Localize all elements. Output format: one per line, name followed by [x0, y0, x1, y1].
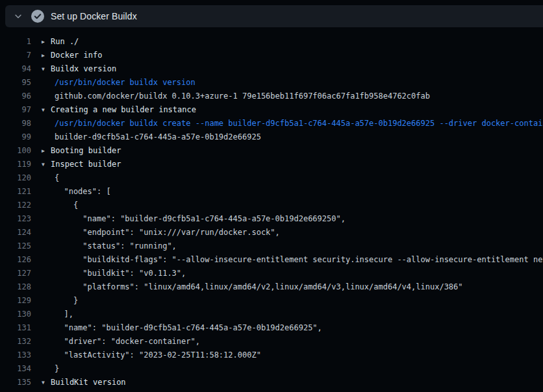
triangle-down-icon: ▼ [42, 158, 51, 171]
line-text: "driver": "docker-container", [55, 337, 200, 346]
log-line: 98 /usr/bin/docker buildx create --name … [0, 117, 543, 130]
line-number[interactable]: 119 [0, 158, 31, 171]
line-number[interactable]: 96 [0, 90, 31, 103]
log-line: 130 ], [0, 308, 543, 321]
log-line: 120 { [0, 171, 543, 185]
line-text: } [55, 364, 59, 373]
triangle-down-icon: ▼ [42, 62, 51, 76]
line-text: } [55, 296, 78, 305]
line-text: /usr/bin/docker buildx create --name bui… [55, 119, 543, 128]
log-line: 131 "name": "builder-d9cfb5a1-c764-445a-… [0, 321, 543, 335]
line-number[interactable]: 126 [0, 253, 31, 267]
log-line: 126 "buildkitd-flags": "--allow-insecure… [0, 253, 543, 267]
line-number[interactable]: 122 [0, 199, 31, 212]
triangle-down-icon: ▼ [42, 103, 51, 117]
line-text: "endpoint": "unix:///var/run/docker.sock… [55, 228, 280, 237]
line-text: builder-d9cfb5a1-c764-445a-a57e-0b19d2e6… [55, 132, 261, 141]
line-text: "platforms": "linux/amd64,linux/amd64/v2… [55, 282, 463, 291]
triangle-right-icon: ▶ [42, 49, 51, 62]
log-lines: 1 ▶Run ./ 7 ▶Docker info 94 ▼Buildx vers… [0, 27, 543, 392]
line-text: ], [55, 310, 73, 319]
log-line: 136 builder-d9cfb5a1-c764-445a-a57e-0b19… [0, 389, 543, 392]
line-text: "buildkit": "v0.11.3", [55, 269, 186, 278]
step-title: Set up Docker Buildx [51, 11, 137, 21]
line-text: "buildkitd-flags": "--allow-insecure-ent… [55, 255, 543, 264]
line-number[interactable]: 125 [0, 239, 31, 253]
log-line: 122 { [0, 199, 543, 212]
log-viewer: Set up Docker Buildx 1 ▶Run ./ 7 ▶Docker… [0, 0, 543, 392]
log-line: 125 "status": "running", [0, 239, 543, 253]
log-line: 123 "name": "builder-d9cfb5a1-c764-445a-… [0, 212, 543, 226]
line-text: github.com/docker/buildx 0.10.3+azure-1 … [55, 92, 430, 101]
log-line: 124 "endpoint": "unix:///var/run/docker.… [0, 226, 543, 239]
line-number[interactable]: 99 [0, 130, 31, 144]
line-text: /usr/bin/docker buildx version [55, 78, 196, 87]
log-line-group[interactable]: 7 ▶Docker info [0, 49, 543, 62]
line-number[interactable]: 133 [0, 349, 31, 362]
line-text: BuildKit version [51, 378, 126, 387]
line-number[interactable]: 135 [0, 376, 31, 389]
log-line: 127 "buildkit": "v0.11.3", [0, 267, 543, 280]
line-number[interactable]: 127 [0, 267, 31, 280]
log-line: 128 "platforms": "linux/amd64,linux/amd6… [0, 280, 543, 294]
log-line: 132 "driver": "docker-container", [0, 335, 543, 349]
triangle-right-icon: ▶ [42, 35, 51, 49]
line-number[interactable]: 129 [0, 294, 31, 308]
log-line: 121 "nodes": [ [0, 185, 543, 199]
step-header[interactable]: Set up Docker Buildx [5, 5, 543, 27]
log-line-group[interactable]: 1 ▶Run ./ [0, 35, 543, 49]
line-number[interactable]: 121 [0, 185, 31, 199]
line-number[interactable]: 97 [0, 103, 31, 117]
log-line-group[interactable]: 119 ▼Inspect builder [0, 158, 543, 171]
line-text: "name": "builder-d9cfb5a1-c764-445a-a57e… [55, 323, 322, 332]
line-number[interactable]: 128 [0, 280, 31, 294]
line-text: "nodes": [ [55, 187, 111, 196]
line-number[interactable]: 136 [0, 389, 31, 392]
line-number[interactable]: 7 [0, 49, 31, 62]
chevron-down-icon[interactable] [5, 12, 31, 21]
line-number[interactable]: 134 [0, 362, 31, 376]
line-text: Buildx version [51, 64, 116, 73]
line-number[interactable]: 130 [0, 308, 31, 321]
line-number[interactable]: 98 [0, 117, 31, 130]
line-number[interactable]: 100 [0, 144, 31, 158]
check-circle-icon [31, 10, 44, 23]
log-line: 129 } [0, 294, 543, 308]
log-line: 95 /usr/bin/docker buildx version [0, 76, 543, 90]
line-text: Docker info [51, 51, 102, 60]
line-number[interactable]: 131 [0, 321, 31, 335]
line-number[interactable]: 1 [0, 35, 31, 49]
line-number[interactable]: 120 [0, 171, 31, 185]
log-line-group[interactable]: 135 ▼BuildKit version [0, 376, 543, 389]
log-line-group[interactable]: 94 ▼Buildx version [0, 62, 543, 76]
line-number[interactable]: 94 [0, 62, 31, 76]
line-text: "lastActivity": "2023-02-25T11:58:12.000… [55, 350, 261, 360]
line-text: "name": "builder-d9cfb5a1-c764-445a-a57e… [55, 214, 346, 223]
line-text: Run ./ [51, 37, 79, 46]
line-text: { [55, 201, 78, 210]
line-number[interactable]: 123 [0, 212, 31, 226]
line-text: "status": "running", [55, 241, 177, 251]
line-number[interactable]: 124 [0, 226, 31, 239]
line-number[interactable]: 132 [0, 335, 31, 349]
line-number[interactable]: 95 [0, 76, 31, 90]
triangle-right-icon: ▶ [42, 144, 51, 158]
log-line-group[interactable]: 97 ▼Creating a new builder instance [0, 103, 543, 117]
line-text: { [55, 173, 59, 182]
line-text: Inspect builder [51, 160, 121, 169]
log-line-group[interactable]: 100 ▶Booting builder [0, 144, 543, 158]
log-line: 133 "lastActivity": "2023-02-25T11:58:12… [0, 349, 543, 362]
log-line: 134 } [0, 362, 543, 376]
log-line: 99 builder-d9cfb5a1-c764-445a-a57e-0b19d… [0, 130, 543, 144]
line-text: Creating a new builder instance [51, 105, 196, 114]
line-text: Booting builder [51, 146, 121, 155]
log-line: 96 github.com/docker/buildx 0.10.3+azure… [0, 90, 543, 103]
triangle-down-icon: ▼ [42, 376, 51, 389]
